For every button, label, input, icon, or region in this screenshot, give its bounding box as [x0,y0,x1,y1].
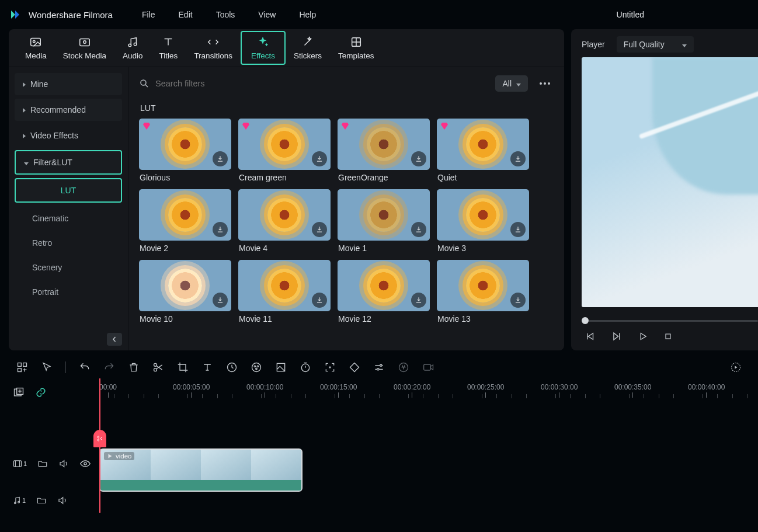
tab-effects[interactable]: Effects [241,31,286,65]
redo-icon[interactable] [103,361,115,373]
menu-edit[interactable]: Edit [179,10,193,19]
sliders-icon[interactable] [373,361,385,373]
sidebar-item-filter-lut[interactable]: Filter&LUT [15,150,122,175]
volume-icon[interactable] [57,495,68,506]
lut-card[interactable]: Movie 11 [238,260,331,324]
audio-track-head: 1 [0,486,99,515]
focus-icon[interactable] [324,361,336,373]
download-button[interactable] [312,151,327,166]
step-forward-icon[interactable] [611,331,623,342]
sidebar-sub-portrait[interactable]: Portrait [15,280,122,304]
download-button[interactable] [510,293,526,308]
menu-tools[interactable]: Tools [216,10,235,19]
search-input[interactable] [155,79,489,88]
sidebar-sub-retro[interactable]: Retro [15,231,122,255]
text-icon [162,36,175,48]
lut-card[interactable]: Movie 4 [238,189,331,253]
stop-icon[interactable] [663,332,673,341]
scissors-icon[interactable] [152,361,164,373]
download-button[interactable] [411,293,426,308]
lut-card[interactable]: Movie 3 [437,189,529,253]
text-tool-icon[interactable] [201,361,213,373]
lut-card[interactable]: Quiet [437,119,529,182]
tab-templates[interactable]: Templates [330,33,383,62]
mask-icon[interactable] [275,361,287,373]
download-button[interactable] [213,222,228,237]
ruler-tick: 00:00:20:00 [394,383,430,398]
download-button[interactable] [312,222,327,237]
download-button[interactable] [213,151,228,166]
clip-label-text: video [116,453,132,460]
folder-icon[interactable] [36,495,47,506]
lut-card[interactable]: Glorious [139,119,231,182]
sidebar-label: Mine [30,79,48,89]
lut-label: Movie 1 [338,244,430,253]
volume-icon[interactable] [58,458,69,469]
lut-label: Movie 3 [437,244,529,253]
download-button[interactable] [312,293,327,308]
grid-add-icon[interactable] [16,361,28,373]
render-icon[interactable] [730,361,742,373]
svg-rect-10 [23,363,27,367]
lut-card[interactable]: GreenOrange [338,119,430,182]
lut-card[interactable]: Movie 13 [437,260,529,324]
download-button[interactable] [510,222,526,237]
quality-label: Full Quality [624,40,665,49]
camera-icon[interactable] [422,361,435,373]
download-button[interactable] [411,222,426,237]
sidebar-item-lut[interactable]: LUT [15,178,122,203]
svg-point-17 [257,366,259,367]
sidebar-sub-cinematic[interactable]: Cinematic [15,206,122,231]
video-clip[interactable]: video [99,448,302,492]
lut-label: Movie 2 [139,244,231,253]
tab-effects-label: Effects [251,51,275,60]
lut-card[interactable]: Movie 1 [338,189,430,253]
tab-stock-media[interactable]: Stock Media [55,33,114,62]
audio-wave-icon[interactable] [398,361,409,373]
sidebar-collapse-button[interactable] [107,333,122,346]
tab-media[interactable]: Media [17,33,55,62]
tab-audio[interactable]: Audio [114,33,151,62]
sidebar-item-video-effects[interactable]: Video Effects [15,124,122,147]
folder-icon[interactable] [37,458,48,469]
eye-icon[interactable] [79,460,91,468]
menu-help[interactable]: Help [299,10,316,19]
add-track-icon[interactable] [13,387,25,398]
link-icon[interactable] [35,387,47,398]
preview-scrubber[interactable] [582,314,758,327]
sidebar-sub-scenery[interactable]: Scenery [15,255,122,280]
sidebar-item-mine[interactable]: Mine [15,73,122,95]
cursor-icon[interactable] [41,361,53,373]
tab-stickers[interactable]: Stickers [286,33,330,62]
tab-transitions[interactable]: Transitions [186,33,241,62]
timeline-ruler[interactable]: 00:0000:00:05:0000:00:10:0000:00:15:0000… [99,378,758,406]
quality-dropdown[interactable]: Full Quality [617,36,694,53]
skip-back-icon[interactable] [585,331,596,342]
timer-icon[interactable] [300,361,311,373]
lut-card[interactable]: Movie 12 [338,260,430,324]
ruler-tick: 00:00:40:00 [688,383,725,398]
sidebar-item-recommended[interactable]: Recommended [15,99,122,121]
tab-titles[interactable]: Titles [151,33,186,62]
keyframe-icon[interactable] [349,361,360,373]
svg-point-29 [84,463,86,465]
preview-viewport[interactable] [582,57,758,307]
track-lanes[interactable]: video [99,406,758,526]
menu-file[interactable]: File [142,10,155,19]
download-button[interactable] [213,293,228,308]
crop-icon[interactable] [177,361,189,373]
menu-view[interactable]: View [258,10,276,19]
lut-card[interactable]: Movie 2 [139,189,231,253]
ruler-tick: 00:00:25:00 [467,383,504,398]
color-icon[interactable] [251,361,262,373]
trash-icon[interactable] [128,361,140,373]
download-button[interactable] [510,151,526,166]
lut-card[interactable]: Movie 10 [139,260,231,324]
undo-icon[interactable] [79,361,91,373]
play-icon[interactable] [638,331,648,342]
filter-dropdown[interactable]: All [495,75,528,92]
lut-card[interactable]: Cream green [238,119,331,182]
download-button[interactable] [411,151,426,166]
more-options-button[interactable] [534,82,554,85]
speed-icon[interactable] [226,361,238,373]
